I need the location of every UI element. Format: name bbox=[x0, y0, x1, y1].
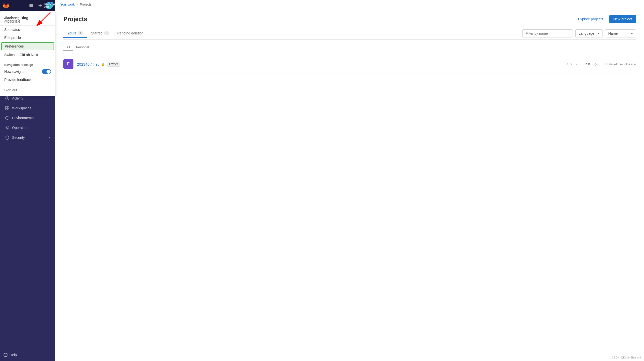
svg-rect-6 bbox=[6, 106, 7, 108]
sidebar-item-operations[interactable]: Operations bbox=[2, 123, 54, 132]
explore-projects-button[interactable]: Explore projects bbox=[575, 15, 606, 23]
svg-point-12 bbox=[6, 356, 6, 356]
svg-rect-0 bbox=[29, 4, 33, 5]
mr-icon: ⇄ bbox=[584, 62, 587, 66]
main-content: Your work > Projects Projects Explore pr… bbox=[55, 0, 644, 361]
footer-note: CSDN @Kudō Shin-ichi bbox=[612, 356, 641, 359]
new-item-button[interactable] bbox=[37, 2, 44, 9]
switch-gitlab-next-item[interactable]: Switch to GitLab Next bbox=[0, 51, 55, 59]
activity-icon bbox=[5, 96, 10, 101]
sidebar-item-environments[interactable]: Environments bbox=[2, 113, 54, 123]
sidebar-toggle-button[interactable] bbox=[28, 2, 35, 9]
breadcrumb-separator: > bbox=[76, 3, 78, 6]
sign-out-item[interactable]: Sign out bbox=[0, 86, 55, 94]
tab-pending-deletion-label: Pending deletion bbox=[117, 31, 144, 35]
lock-icon: 🔒 bbox=[101, 62, 105, 66]
tab-yours[interactable]: Yours 1 bbox=[63, 29, 87, 38]
environments-icon bbox=[5, 116, 10, 120]
workspaces-label: Workspaces bbox=[12, 106, 50, 110]
svg-point-10 bbox=[7, 127, 8, 128]
dropdown-divider-1 bbox=[0, 60, 55, 60]
project-avatar: F bbox=[63, 59, 73, 69]
svg-rect-9 bbox=[8, 108, 9, 110]
nav-redesign-title: Navigation redesign bbox=[0, 61, 55, 68]
dropdown-divider-2 bbox=[0, 85, 55, 85]
filter-tab-all[interactable]: All bbox=[63, 44, 73, 51]
header-actions: Explore projects New project bbox=[575, 15, 636, 23]
user-avatar[interactable]: Jiacheng Ding bbox=[46, 2, 53, 9]
operations-label: Operations bbox=[12, 126, 50, 130]
preferences-item[interactable]: Preferences bbox=[1, 42, 54, 50]
set-status-item[interactable]: Set status bbox=[0, 26, 55, 34]
breadcrumb-bar: Your work > Projects bbox=[55, 0, 644, 9]
help-icon bbox=[4, 353, 8, 357]
operations-icon bbox=[5, 125, 10, 130]
project-info: 202346 / first 🔒 Owner bbox=[77, 62, 562, 67]
activity-label: Activity bbox=[12, 96, 50, 100]
forks-count: 0 bbox=[579, 62, 580, 66]
avatar-pulse bbox=[50, 2, 53, 5]
sidebar-item-security[interactable]: Security ▾ bbox=[2, 133, 54, 142]
stat-issues: ◇ 0 bbox=[594, 62, 599, 66]
all-personal-tabs: All Personal bbox=[63, 44, 636, 51]
tab-starred[interactable]: Starred 0 bbox=[87, 29, 113, 38]
filter-controls: Language Ruby JavaScript Name Last creat… bbox=[522, 29, 636, 37]
provide-feedback-item[interactable]: Provide feedback bbox=[0, 76, 55, 84]
dropdown-user-name: Jiacheng Ding bbox=[4, 16, 51, 20]
star-icon: ☆ bbox=[566, 62, 569, 66]
project-name-link[interactable]: 202346 / first bbox=[77, 62, 99, 66]
tab-pending-deletion[interactable]: Pending deletion bbox=[113, 29, 148, 38]
dropdown-user-handle: @DJCKING bbox=[4, 20, 51, 23]
svg-rect-7 bbox=[8, 106, 9, 108]
page-header: Projects Explore projects New project bbox=[63, 15, 636, 23]
project-owner-badge: Owner bbox=[107, 62, 120, 67]
mr-count: 0 bbox=[588, 62, 590, 66]
tab-starred-count: 0 bbox=[104, 31, 109, 35]
project-list: F 202346 / first 🔒 Owner ☆ 0 ⑂ 0 bbox=[63, 55, 636, 73]
new-project-button[interactable]: New project bbox=[609, 15, 636, 23]
new-navigation-toggle[interactable] bbox=[42, 69, 51, 74]
content-area: Projects Explore projects New project Yo… bbox=[55, 9, 644, 361]
tabs-divider bbox=[63, 39, 636, 40]
stat-merge-requests: ⇄ 0 bbox=[584, 62, 590, 66]
stat-stars: ☆ 0 bbox=[566, 62, 572, 66]
project-name-row: 202346 / first 🔒 Owner bbox=[77, 62, 562, 67]
stars-count: 0 bbox=[570, 62, 572, 66]
filter-by-name-input[interactable] bbox=[522, 29, 573, 37]
issues-icon: ◇ bbox=[594, 62, 596, 66]
new-navigation-label: New navigation bbox=[4, 70, 28, 74]
environments-label: Environments bbox=[12, 116, 50, 120]
dropdown-user-section: Jiacheng Ding @DJCKING bbox=[0, 13, 55, 26]
issues-count: 0 bbox=[597, 62, 599, 66]
gitlab-logo bbox=[3, 2, 10, 9]
sidebar-nav: Snippets Activity Workspaces bbox=[0, 81, 55, 349]
sidebar-footer: Help bbox=[0, 349, 55, 361]
sidebar-top-bar: Jiacheng Ding bbox=[0, 0, 55, 11]
workspaces-icon bbox=[5, 106, 10, 110]
filter-tab-personal[interactable]: Personal bbox=[73, 44, 92, 51]
help-item[interactable]: Help bbox=[4, 351, 52, 358]
security-chevron-icon: ▾ bbox=[49, 136, 50, 139]
breadcrumb-your-work[interactable]: Your work bbox=[60, 3, 75, 6]
table-row: F 202346 / first 🔒 Owner ☆ 0 ⑂ 0 bbox=[63, 55, 636, 73]
tab-yours-count: 1 bbox=[78, 31, 83, 35]
sidebar-item-workspaces[interactable]: Workspaces bbox=[2, 103, 54, 113]
projects-tabs: Yours 1 Starred 0 Pending deletion bbox=[63, 29, 148, 37]
project-updated: Updated 5 months ago bbox=[606, 63, 636, 66]
language-select[interactable]: Language Ruby JavaScript bbox=[575, 29, 603, 37]
page-title: Projects bbox=[63, 16, 87, 23]
stat-forks: ⑂ 0 bbox=[576, 62, 580, 66]
fork-icon: ⑂ bbox=[576, 62, 578, 66]
breadcrumb-current: Projects bbox=[80, 3, 92, 6]
tab-starred-label: Starred bbox=[91, 31, 103, 35]
help-label: Help bbox=[10, 353, 17, 357]
security-icon bbox=[5, 135, 10, 140]
svg-rect-8 bbox=[6, 108, 7, 110]
sort-select[interactable]: Name Last created Last updated bbox=[605, 29, 636, 37]
project-stats: ☆ 0 ⑂ 0 ⇄ 0 ◇ 0 bbox=[566, 62, 636, 66]
edit-profile-item[interactable]: Edit profile bbox=[0, 34, 55, 42]
svg-rect-1 bbox=[29, 5, 33, 6]
security-label: Security bbox=[12, 136, 46, 140]
tab-yours-label: Yours bbox=[67, 31, 76, 35]
sidebar: Jiacheng Ding Jiacheng Ding @DJCKING Set… bbox=[0, 0, 55, 361]
